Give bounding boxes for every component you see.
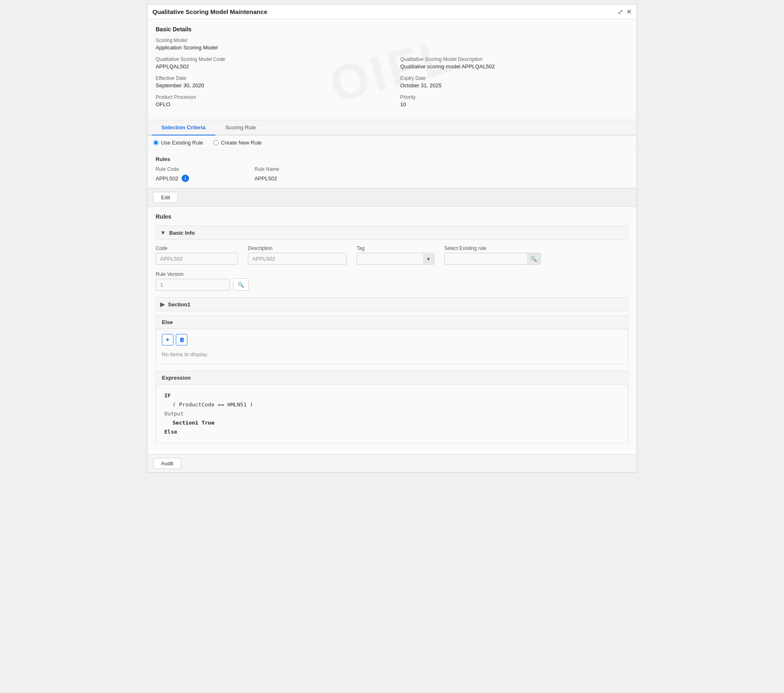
use-existing-label: Use Existing Rule (161, 140, 203, 146)
tab-scoring-rule[interactable]: Scoring Rule (215, 120, 266, 135)
basic-info-label: Basic Info (169, 230, 195, 236)
qual-desc-value: Qualitative scoring model APPLQAL502 (400, 63, 628, 70)
else-body: + 🗑 No items to display. (156, 329, 628, 364)
priority-value: 10 (400, 101, 628, 107)
section1-header[interactable]: ▶ Section1 (156, 297, 628, 311)
select-existing-rule-wrap: 🔍 (444, 253, 541, 265)
edit-bar: Edit (147, 188, 637, 207)
expression-output-val: Section1 True (173, 418, 620, 427)
radio-group: Use Existing Rule Create New Rule (147, 135, 637, 150)
rule-version-group: Rule Version (156, 271, 230, 291)
tag-field-group: Tag ▼ (357, 245, 434, 265)
tag-dropdown-icon[interactable]: ▼ (423, 254, 434, 264)
action-buttons: + 🗑 (162, 334, 622, 345)
rules-editor-title: Rules (156, 213, 628, 220)
rules-section-title: Rules (156, 156, 628, 162)
select-existing-rule-group: Select Existing rule 🔍 (444, 245, 541, 265)
rule-version-row: Rule Version 🔍 (156, 271, 628, 291)
window-controls: ⤢ ✕ (618, 8, 632, 16)
code-label: Code (156, 245, 238, 251)
code-field-group: Code (156, 245, 238, 265)
scoring-model-label: Scoring Model (156, 37, 628, 43)
create-new-label: Create New Rule (221, 140, 262, 146)
rule-code-value: APPL502 (156, 175, 178, 182)
footer-bar: Audit (147, 454, 637, 472)
close-icon[interactable]: ✕ (626, 8, 632, 16)
tag-label: Tag (357, 245, 434, 251)
expiry-date-label: Expiry Date (400, 75, 628, 81)
rule-name-value: APPL502 (254, 175, 628, 182)
priority-label: Priority (400, 94, 628, 100)
tabs-bar: Selection Criteria Scoring Rule (147, 120, 637, 135)
rules-section: Rules Rule Code Rule Name APPL502 i APPL… (147, 150, 637, 188)
description-field-group: Description (248, 245, 347, 265)
audit-button[interactable]: Audit (153, 458, 181, 469)
effective-date-label: Effective Date (156, 75, 384, 81)
else-section: Else + 🗑 No items to display. (156, 315, 628, 364)
version-search-button[interactable]: 🔍 (233, 278, 249, 291)
basic-details-title: Basic Details (156, 26, 628, 33)
tag-select-wrap: ▼ (357, 253, 434, 265)
rules-editor: Rules ▼ Basic Info Code Description Tag … (147, 207, 637, 450)
rule-code-header: Rule Code (156, 166, 238, 172)
else-header: Else (156, 316, 628, 329)
basic-info-header[interactable]: ▼ Basic Info (156, 226, 628, 240)
expression-section: Expression IF ( ProductCode == HMLN51 ) … (156, 371, 628, 443)
rule-version-input[interactable] (156, 279, 230, 291)
code-input[interactable] (156, 253, 238, 265)
expression-body: IF ( ProductCode == HMLN51 ) Output Sect… (156, 385, 628, 443)
window-title: Qualitative Scoring Model Maintenance (152, 8, 267, 15)
effective-date-value: September 30, 2020 (156, 82, 384, 89)
product-processor-value: OFLO (156, 101, 384, 107)
delete-button[interactable]: 🗑 (176, 334, 187, 345)
qual-code-value: APPLQAL502 (156, 63, 384, 70)
select-existing-rule-input[interactable] (445, 253, 527, 264)
product-processor-label: Product Processor (156, 94, 384, 100)
edit-button[interactable]: Edit (153, 192, 178, 203)
qual-code-label: Qualitative Scoring Model Code (156, 56, 384, 62)
expression-header: Expression (156, 371, 628, 385)
radio-create-new[interactable]: Create New Rule (213, 140, 262, 146)
qual-desc-label: Qualitative Scoring Model Description (400, 56, 628, 62)
add-button[interactable]: + (162, 334, 173, 345)
select-existing-rule-label: Select Existing rule (444, 245, 541, 251)
output-label: Output (164, 411, 184, 417)
section1-label: Section1 (168, 301, 190, 308)
description-label: Description (248, 245, 347, 251)
table-row: APPL502 i APPL502 (156, 175, 628, 182)
basic-info-fields: Code Description Tag ▼ Select Existing r… (156, 245, 628, 265)
if-keyword: IF (164, 392, 171, 399)
section1-expand-icon: ▶ (160, 301, 165, 308)
expression-condition: ( ProductCode == HMLN51 ) (173, 400, 620, 409)
info-icon[interactable]: i (182, 175, 189, 182)
select-existing-rule-search-icon[interactable]: 🔍 (527, 253, 540, 264)
tab-selection-criteria[interactable]: Selection Criteria (152, 120, 215, 135)
else-keyword: Else (164, 429, 177, 435)
rule-name-header: Rule Name (254, 166, 628, 172)
rule-version-label: Rule Version (156, 271, 230, 277)
tag-input[interactable] (357, 253, 423, 264)
radio-use-existing[interactable]: Use Existing Rule (153, 140, 203, 146)
no-items-text: No items to display. (162, 350, 622, 359)
description-input[interactable] (248, 253, 347, 265)
expiry-date-value: October 31, 2025 (400, 82, 628, 89)
collapse-icon: ▼ (160, 229, 166, 236)
scoring-model-value: Application Scoring Model (156, 44, 628, 51)
resize-icon[interactable]: ⤢ (618, 8, 623, 16)
